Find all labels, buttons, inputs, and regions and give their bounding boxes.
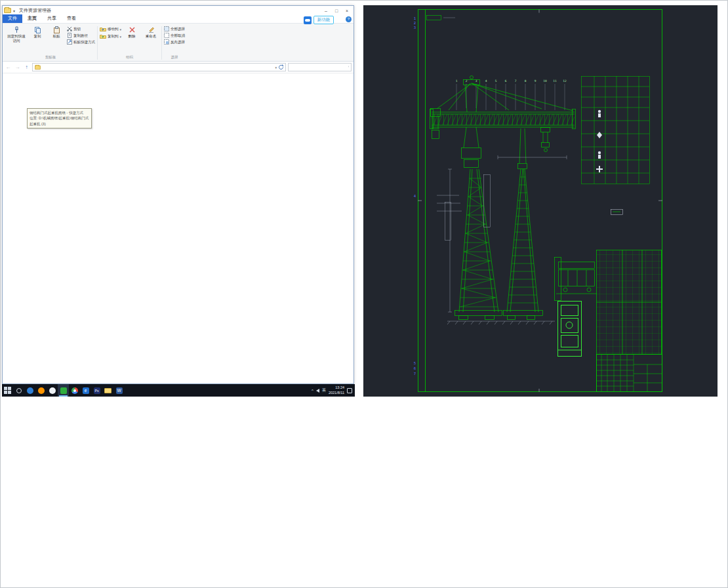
copy-button[interactable]: 复制 bbox=[29, 25, 46, 40]
search-box[interactable] bbox=[288, 63, 352, 71]
path-icon bbox=[67, 33, 72, 38]
taskbar-icon-qq[interactable] bbox=[47, 384, 58, 397]
taskbar-icon-chrome[interactable] bbox=[69, 384, 80, 397]
minimize-button[interactable]: – bbox=[321, 7, 331, 15]
svg-text:5: 5 bbox=[495, 79, 497, 83]
edge-icon bbox=[27, 387, 33, 394]
taskbar-icon-word[interactable]: W bbox=[113, 384, 125, 397]
move-to-button[interactable]: 移动到▾ bbox=[100, 26, 121, 32]
svg-text:12: 12 bbox=[563, 79, 567, 83]
close-button[interactable]: × bbox=[342, 7, 352, 15]
taskbar-icon-edge[interactable] bbox=[24, 384, 35, 397]
up-button[interactable]: ↑ bbox=[23, 64, 30, 70]
copy-to-button[interactable]: 复制到▾ bbox=[100, 33, 121, 39]
taskbar-icon-firefox[interactable] bbox=[35, 384, 47, 397]
svg-text:2: 2 bbox=[414, 21, 416, 25]
folder-content-area[interactable]: 钢结构门式起重机图纸 - 快捷方式 位置: D:\机械图纸\起重机\钢结构门式起… bbox=[3, 73, 354, 383]
forward-button[interactable]: → bbox=[14, 64, 21, 70]
group-label-clipboard: 剪贴板 bbox=[6, 54, 95, 61]
delete-button[interactable]: 删除 bbox=[123, 25, 140, 40]
pin-quick-access-button[interactable]: 固定到快速访问 bbox=[6, 25, 27, 45]
delete-x-icon bbox=[129, 26, 136, 33]
schedule-table bbox=[596, 250, 662, 355]
firefox-icon bbox=[38, 387, 45, 394]
svg-text:4: 4 bbox=[414, 194, 416, 198]
input-language-indicator[interactable]: 英 bbox=[322, 387, 326, 393]
system-tray: ^ 英 13:24 2021/8/11 bbox=[312, 385, 355, 395]
drawing-note bbox=[427, 16, 456, 20]
start-button[interactable] bbox=[2, 384, 13, 397]
taskbar-search-button[interactable] bbox=[13, 384, 24, 397]
cad-viewport[interactable]: 1 2 3 4 5 6 7 1 2 3 4 5 6 7 8 9 10 11 12 bbox=[363, 5, 718, 397]
quick-access-toolbar-caret-icon[interactable]: ▾ bbox=[13, 9, 15, 13]
tab-view[interactable]: 查看 bbox=[62, 14, 81, 23]
search-input[interactable] bbox=[291, 64, 348, 71]
screenshot-canvas: { "explorer": { "title": "文件资源管理器", "con… bbox=[0, 0, 728, 588]
rename-icon bbox=[148, 26, 155, 33]
svg-text:1: 1 bbox=[414, 16, 416, 20]
cloud-icon bbox=[304, 16, 312, 24]
notification-center-icon[interactable] bbox=[347, 388, 352, 393]
svg-text:11: 11 bbox=[553, 79, 557, 83]
select-none-icon bbox=[164, 33, 169, 38]
taskbar-icon-ie[interactable]: e bbox=[80, 384, 91, 397]
copy-icon bbox=[34, 26, 41, 33]
address-bar[interactable]: ▾ bbox=[32, 63, 286, 71]
ie-icon: e bbox=[83, 387, 89, 394]
location-icon bbox=[35, 65, 41, 69]
paste-shortcut-button[interactable]: 粘贴快捷方式 bbox=[67, 39, 95, 45]
svg-text:3: 3 bbox=[414, 26, 416, 29]
cut-button[interactable]: 剪切 bbox=[67, 26, 95, 31]
svg-text:7: 7 bbox=[515, 79, 517, 83]
tab-share[interactable]: 共享 bbox=[42, 14, 62, 23]
select-none-button[interactable]: 全部取消 bbox=[164, 33, 185, 38]
tab-file[interactable]: 文件 bbox=[3, 14, 22, 23]
copy-path-button[interactable]: 复制路径 bbox=[67, 33, 95, 38]
promo-area: 新功能 bbox=[304, 16, 334, 24]
select-all-button[interactable]: 全部选择 bbox=[164, 26, 185, 31]
tray-chevron-icon[interactable]: ^ bbox=[312, 389, 313, 393]
ribbon-group-clipboard: 固定到快速访问 复制 粘贴 剪切 复制路径 bbox=[4, 25, 97, 61]
chrome-icon bbox=[71, 387, 78, 394]
explorer-app-icon bbox=[4, 8, 11, 13]
svg-text:1: 1 bbox=[456, 79, 458, 83]
tab-home[interactable]: 主页 bbox=[22, 14, 42, 23]
windows-taskbar: e Ps W ^ 英 13:24 2021/8/11 bbox=[2, 384, 355, 397]
scissors-icon bbox=[67, 26, 72, 31]
zone-labels: 1 2 3 4 5 6 7 bbox=[414, 16, 416, 376]
taskbar-icon-photoshop[interactable]: Ps bbox=[91, 384, 102, 397]
maximize-button[interactable]: □ bbox=[331, 7, 342, 15]
callout-leaders bbox=[456, 84, 565, 110]
refresh-icon[interactable] bbox=[278, 64, 284, 70]
paste-icon bbox=[53, 26, 60, 33]
volume-icon[interactable] bbox=[316, 389, 319, 393]
address-dropdown-caret-icon[interactable]: ▾ bbox=[275, 66, 277, 69]
svg-text:5: 5 bbox=[414, 361, 416, 365]
invert-selection-button[interactable]: 反向选择 bbox=[164, 39, 185, 45]
tooltip-title: 钢结构门式起重机图纸 - 快捷方式 bbox=[30, 110, 89, 115]
promo-button[interactable]: 新功能 bbox=[313, 16, 334, 24]
taskbar-icon-explorer[interactable] bbox=[102, 384, 113, 397]
move-to-icon bbox=[100, 26, 106, 32]
help-button[interactable]: ? bbox=[346, 16, 352, 22]
svg-text:8: 8 bbox=[525, 79, 527, 83]
address-toolbar: ← → ↑ ▾ bbox=[3, 62, 354, 73]
machinery-detail-view bbox=[557, 302, 582, 357]
ribbon-group-organize: 移动到▾ 复制到▾ 删除 重命名 组织 bbox=[98, 25, 161, 61]
taskbar-icon-wechat-active[interactable] bbox=[58, 384, 69, 397]
file-explorer-window: ▾ 文件资源管理器 – □ × 文件 主页 共享 查看 新功能 ? 固定到快速访… bbox=[2, 5, 354, 384]
svg-text:10: 10 bbox=[543, 79, 547, 83]
clock-date: 2021/8/11 bbox=[329, 391, 344, 395]
title-bar[interactable]: ▾ 文件资源管理器 – □ × bbox=[3, 6, 354, 15]
group-label-organize: 组织 bbox=[100, 54, 159, 61]
cad-canvas: 1 2 3 4 5 6 7 1 2 3 4 5 6 7 8 9 10 11 12 bbox=[363, 5, 718, 397]
group-label-select: 选择 bbox=[164, 54, 185, 61]
dimension-lines bbox=[437, 155, 567, 324]
paste-button[interactable]: 粘贴 bbox=[48, 25, 65, 40]
rename-button[interactable]: 重命名 bbox=[142, 25, 159, 40]
taskbar-clock[interactable]: 13:24 2021/8/11 bbox=[329, 385, 344, 395]
parts-table-symbols bbox=[596, 110, 603, 172]
select-all-icon bbox=[164, 26, 169, 31]
address-input[interactable] bbox=[43, 64, 273, 71]
back-button[interactable]: ← bbox=[5, 64, 12, 70]
